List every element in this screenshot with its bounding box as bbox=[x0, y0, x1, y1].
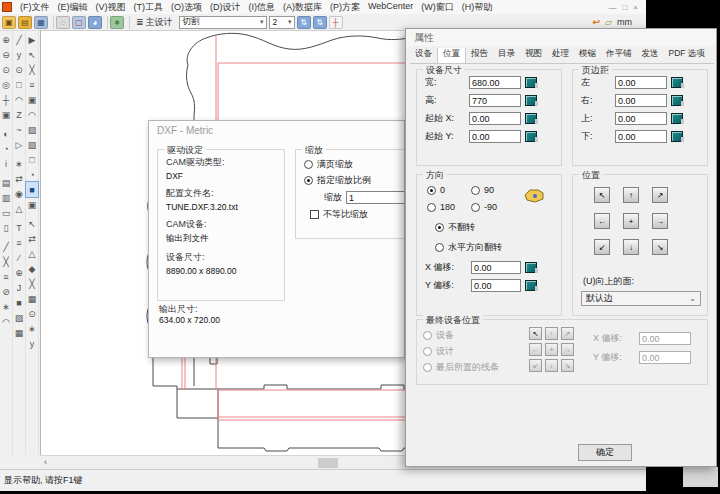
offset-input[interactable]: 0.00 bbox=[471, 261, 521, 274]
flip-radio[interactable]: 不翻转 bbox=[435, 221, 561, 234]
toolbar-icon[interactable]: ◌ bbox=[56, 16, 70, 29]
menu-item[interactable]: WebCenter bbox=[364, 1, 417, 14]
tool-icon[interactable]: ╱ bbox=[0, 239, 12, 254]
menu-item[interactable]: (V)视图 bbox=[92, 1, 130, 14]
layer-select[interactable]: 切割▾ bbox=[179, 16, 267, 29]
tool-icon[interactable]: ▨ bbox=[26, 122, 38, 137]
track-button-icon[interactable] bbox=[525, 95, 537, 106]
up-face-select[interactable]: 默认边 ⌄ bbox=[581, 291, 701, 306]
scrollbar-thumb[interactable] bbox=[318, 458, 338, 468]
tool-icon[interactable]: ▤ bbox=[0, 175, 12, 190]
track-button-icon[interactable] bbox=[525, 262, 537, 273]
restore-button[interactable]: □ bbox=[622, 3, 627, 12]
tool-icon[interactable]: ∗ bbox=[26, 321, 38, 336]
position-grid-button[interactable]: ↗ bbox=[652, 187, 668, 203]
tab[interactable]: 报告 bbox=[466, 48, 493, 63]
menu-item[interactable]: (P)方案 bbox=[326, 1, 364, 14]
tool-icon[interactable]: ▷ bbox=[13, 137, 25, 152]
tool-icon[interactable]: ⊙ bbox=[0, 62, 12, 77]
menu-item[interactable]: (E)编辑 bbox=[54, 1, 92, 14]
tool-icon[interactable]: △ bbox=[13, 201, 25, 216]
close-button[interactable]: × bbox=[633, 3, 638, 12]
toolbar-icon[interactable] bbox=[104, 16, 108, 29]
tool-icon[interactable]: ⊕ bbox=[0, 32, 12, 47]
track-button-icon[interactable] bbox=[525, 280, 537, 291]
tool-icon[interactable]: ∕ bbox=[13, 250, 25, 265]
tool-icon[interactable]: ▦ bbox=[26, 291, 38, 306]
scroll-left-arrow[interactable]: ‹ bbox=[44, 457, 47, 467]
tool-icon[interactable]: ↖ bbox=[26, 47, 38, 62]
tool-icon[interactable]: ⊙ bbox=[26, 306, 38, 321]
menu-item[interactable]: (H)帮助 bbox=[458, 1, 497, 14]
tool-icon[interactable]: ◐ bbox=[0, 126, 12, 141]
ok-button[interactable]: 确定 bbox=[578, 444, 632, 461]
tool-icon[interactable]: ▭ bbox=[0, 205, 12, 220]
value-input[interactable]: 0.00 bbox=[469, 130, 521, 143]
tool-icon[interactable]: ▣ bbox=[26, 197, 38, 212]
value-input[interactable]: 0.00 bbox=[615, 76, 667, 89]
minimize-button[interactable]: — bbox=[608, 3, 616, 12]
tool-icon[interactable]: ◎ bbox=[0, 77, 12, 92]
track-button-icon[interactable] bbox=[671, 113, 683, 124]
tool-icon[interactable]: ╳ bbox=[26, 62, 38, 77]
position-grid-button[interactable]: ↙ bbox=[594, 239, 610, 255]
offset-input[interactable]: 0.00 bbox=[471, 279, 521, 292]
position-grid-button[interactable]: ← bbox=[594, 213, 610, 229]
tab[interactable]: 发送 bbox=[637, 48, 664, 63]
menu-item[interactable]: (D)设计 bbox=[206, 1, 245, 14]
tool-icon[interactable]: ▯ bbox=[0, 220, 12, 235]
toolbar-icon[interactable]: ⇅ bbox=[313, 16, 327, 29]
tool-icon[interactable]: ⇄ bbox=[13, 171, 25, 186]
tool-icon[interactable]: ⇄ bbox=[26, 231, 38, 246]
tool-icon[interactable]: ◠ bbox=[0, 314, 12, 329]
scale-factor-input[interactable]: 1 bbox=[346, 191, 405, 204]
tab[interactable]: 作平铺 bbox=[601, 48, 637, 63]
position-grid-button[interactable]: ↖ bbox=[594, 187, 610, 203]
toolbar-icon[interactable]: ◕ bbox=[88, 16, 102, 29]
tool-icon[interactable]: y bbox=[26, 336, 38, 351]
value-input[interactable]: 0.00 bbox=[615, 112, 667, 125]
menu-item[interactable]: (I)信息 bbox=[245, 1, 280, 14]
tool-icon[interactable]: ▥ bbox=[0, 190, 12, 205]
tool-icon[interactable]: ▧ bbox=[26, 137, 38, 152]
tool-icon[interactable]: ◔ bbox=[0, 141, 12, 156]
toolbar-icon[interactable]: ▣ bbox=[2, 16, 16, 29]
tool-icon[interactable]: ◉ bbox=[13, 186, 25, 201]
tool-icon[interactable]: ┼ bbox=[0, 92, 12, 107]
value-input[interactable]: 680.00 bbox=[469, 76, 521, 89]
tool-icon[interactable]: ■ bbox=[13, 295, 25, 310]
tab[interactable]: 目录 bbox=[493, 48, 520, 63]
scale-option-radio[interactable]: 满页缩放 bbox=[304, 158, 405, 171]
position-grid-button[interactable]: ↑ bbox=[623, 187, 639, 203]
tool-icon[interactable]: ⊘ bbox=[0, 284, 12, 299]
menu-item[interactable]: (T)工具 bbox=[130, 1, 168, 14]
tool-icon[interactable]: ≡ bbox=[13, 235, 25, 250]
rotation-radio[interactable]: -90 bbox=[471, 202, 515, 212]
scale-option-radio[interactable]: 指定缩放比例 bbox=[304, 174, 405, 187]
position-grid-button[interactable]: ↘ bbox=[652, 239, 668, 255]
track-button-icon[interactable] bbox=[525, 131, 537, 142]
tool-icon[interactable]: ↖ bbox=[26, 216, 38, 231]
track-button-icon[interactable] bbox=[671, 77, 683, 88]
rotation-radio[interactable]: 180 bbox=[427, 202, 471, 212]
rotation-radio[interactable]: 0 bbox=[427, 185, 471, 195]
tool-icon[interactable]: ▣ bbox=[0, 107, 12, 122]
tool-icon[interactable]: ╳ bbox=[26, 276, 38, 291]
toolbar-icon[interactable]: ▦ bbox=[34, 16, 48, 29]
tool-icon[interactable]: ⊖ bbox=[0, 47, 12, 62]
tab[interactable]: 位置 bbox=[437, 48, 466, 64]
tool-icon[interactable]: ≡ bbox=[26, 77, 38, 92]
tool-icon[interactable]: ■ bbox=[26, 182, 38, 197]
tab[interactable]: 设备 bbox=[410, 48, 437, 63]
toolbar-icon[interactable]: ⇅ bbox=[297, 16, 311, 29]
tool-icon[interactable]: ◆ bbox=[26, 261, 38, 276]
tool-icon[interactable]: □ bbox=[13, 77, 25, 92]
tab[interactable]: 模锯 bbox=[574, 48, 601, 63]
non-uniform-scale-checkbox[interactable]: 不等比缩放 bbox=[310, 208, 405, 221]
menu-item[interactable]: (A)数据库 bbox=[279, 1, 326, 14]
tool-icon[interactable]: ▶ bbox=[26, 32, 38, 47]
master-design-button[interactable]: ≣ 主设计 bbox=[132, 16, 177, 29]
tool-icon[interactable]: J bbox=[13, 280, 25, 295]
tool-icon[interactable]: ∗ bbox=[0, 299, 12, 314]
value-input[interactable]: 0.00 bbox=[615, 94, 667, 107]
